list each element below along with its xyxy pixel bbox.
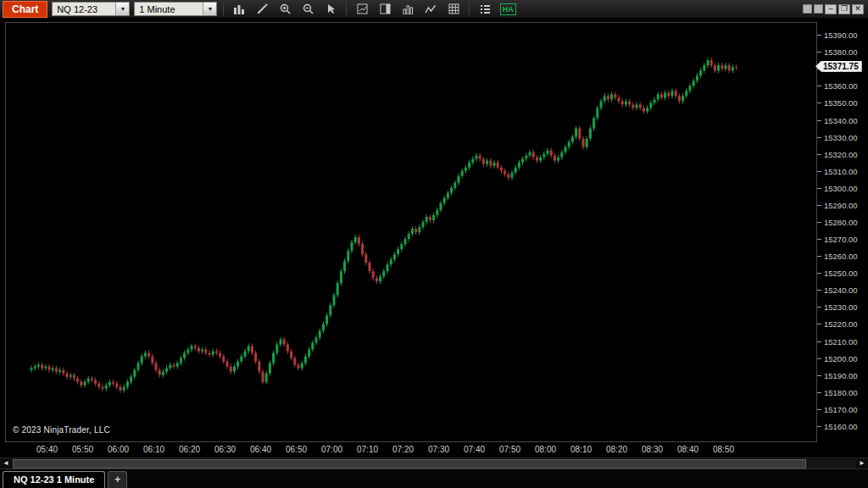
close-button[interactable]: ✕	[852, 4, 864, 14]
chart-trader-icon	[380, 3, 391, 14]
report-button[interactable]	[353, 2, 371, 17]
zoom-out-icon	[303, 3, 314, 14]
time-tick-label: 06:10	[143, 445, 164, 454]
line-study-icon	[425, 4, 437, 14]
price-tick-label: 15200.00	[817, 354, 858, 363]
toolbar-separator	[469, 3, 470, 16]
data-series-list-button[interactable]	[476, 2, 494, 17]
data-series-list-icon	[480, 4, 491, 14]
window-controls: – ❐ ✕	[803, 4, 865, 14]
interval-select-value: 1 Minute	[139, 4, 203, 14]
price-tick-label: 15330.00	[817, 133, 858, 142]
chart-app-button[interactable]: Chart	[3, 1, 47, 18]
chevron-down-icon: ▼	[115, 3, 129, 15]
scrollbar-track[interactable]	[12, 459, 856, 469]
time-tick-label: 06:00	[108, 445, 129, 454]
draw-pencil-icon	[257, 3, 268, 14]
price-tick-label: 15300.00	[817, 184, 858, 193]
time-tick-label: 05:40	[36, 445, 58, 454]
toolbar-separator	[346, 3, 347, 16]
time-tick-label: 07:50	[499, 445, 520, 454]
price-tick-label: 15210.00	[817, 337, 858, 347]
histogram-button[interactable]	[398, 2, 417, 17]
last-price-marker: 15371.75	[815, 61, 862, 72]
cursor-button[interactable]	[321, 2, 340, 17]
add-tab-button[interactable]: +	[108, 471, 127, 488]
scrollbar-thumb[interactable]	[13, 459, 806, 469]
time-tick-label: 06:50	[286, 445, 307, 454]
cursor-icon	[326, 3, 336, 14]
price-tick-label: 15170.00	[817, 405, 858, 414]
time-tick-label: 07:20	[392, 445, 414, 454]
price-tick-label: 15320.00	[817, 150, 858, 159]
price-tick-label: 15270.00	[817, 235, 858, 244]
workspace-icon[interactable]	[814, 4, 823, 14]
interval-select[interactable]: 1 Minute ▼	[134, 2, 217, 16]
bar-type-button[interactable]	[230, 2, 248, 17]
price-tick-label: 15240.00	[817, 286, 858, 295]
maximize-button[interactable]: ❐	[838, 4, 850, 14]
time-tick-label: 06:40	[250, 445, 271, 454]
price-axis[interactable]: 15390.0015380.0015370.0015360.0015350.00…	[817, 22, 868, 442]
time-tick-label: 07:30	[428, 445, 449, 454]
price-tick-label: 15350.00	[817, 98, 858, 108]
copyright-text: © 2023 NinjaTrader, LLC	[13, 425, 110, 435]
heiken-ashi-button[interactable]: HA	[498, 2, 517, 17]
indicators-icon	[448, 3, 459, 14]
price-tick-label: 15180.00	[817, 388, 858, 397]
report-icon	[357, 3, 368, 14]
scroll-right-arrow-icon[interactable]: ►	[856, 459, 868, 469]
price-tick-label: 15190.00	[817, 371, 858, 380]
indicators-button[interactable]	[444, 2, 463, 17]
chart-window-body: © 2023 NinjaTrader, LLC 15390.0015380.00…	[0, 19, 868, 458]
price-tick-label: 15250.00	[817, 269, 858, 278]
time-tick-label: 07:10	[357, 445, 378, 454]
price-tick-label: 15290.00	[817, 201, 858, 210]
minimize-button[interactable]: –	[825, 4, 837, 14]
price-tick-label: 15230.00	[817, 302, 858, 312]
price-tick-label: 15360.00	[817, 81, 858, 91]
chart-trader-button[interactable]	[376, 2, 394, 17]
time-tick-label: 07:00	[321, 445, 342, 454]
price-tick-label: 15220.00	[817, 319, 858, 329]
price-tick-label: 15280.00	[817, 218, 858, 227]
workspace-icon[interactable]	[803, 4, 812, 14]
price-tick-label: 15390.00	[817, 30, 858, 40]
zoom-in-button[interactable]	[275, 2, 294, 17]
time-tick-label: 06:20	[179, 445, 200, 454]
line-study-button[interactable]	[421, 2, 440, 17]
draw-button[interactable]	[253, 2, 271, 17]
heiken-ashi-icon: HA	[500, 3, 516, 15]
time-tick-label: 08:00	[535, 445, 556, 454]
candles-canvas	[6, 23, 816, 441]
price-tick-label: 15310.00	[817, 167, 858, 176]
price-tick-label: 15380.00	[817, 47, 858, 57]
candlestick-chart[interactable]: © 2023 NinjaTrader, LLC	[5, 22, 817, 442]
bar-type-icon	[233, 4, 245, 14]
time-tick-label: 07:40	[464, 445, 485, 454]
zoom-out-button[interactable]	[298, 2, 317, 17]
titlebar: Chart NQ 12-23 ▼ 1 Minute ▼	[0, 0, 868, 19]
time-tick-label: 05:50	[72, 445, 93, 454]
time-tick-label: 08:40	[677, 445, 698, 454]
instrument-select[interactable]: NQ 12-23 ▼	[52, 2, 130, 16]
chart-tab-bar: NQ 12-23 1 Minute +	[0, 469, 868, 488]
zoom-in-icon	[280, 3, 291, 14]
instrument-select-value: NQ 12-23	[57, 4, 115, 14]
price-tick-label: 15160.00	[817, 422, 858, 431]
tab-nq-12-23-1-minute[interactable]: NQ 12-23 1 Minute	[3, 471, 105, 488]
time-tick-label: 08:50	[713, 445, 734, 454]
time-tick-label: 06:30	[214, 445, 236, 454]
scroll-left-arrow-icon[interactable]: ◄	[0, 459, 12, 469]
price-tick-label: 15260.00	[817, 252, 858, 261]
histogram-icon	[403, 4, 414, 14]
time-tick-label: 08:20	[606, 445, 627, 454]
toolbar-separator	[223, 3, 224, 16]
horizontal-scrollbar: ◄ ►	[0, 458, 868, 469]
time-tick-label: 08:30	[642, 445, 663, 454]
time-tick-label: 08:10	[570, 445, 592, 454]
price-tick-label: 15340.00	[817, 116, 858, 125]
chevron-down-icon: ▼	[203, 3, 216, 15]
